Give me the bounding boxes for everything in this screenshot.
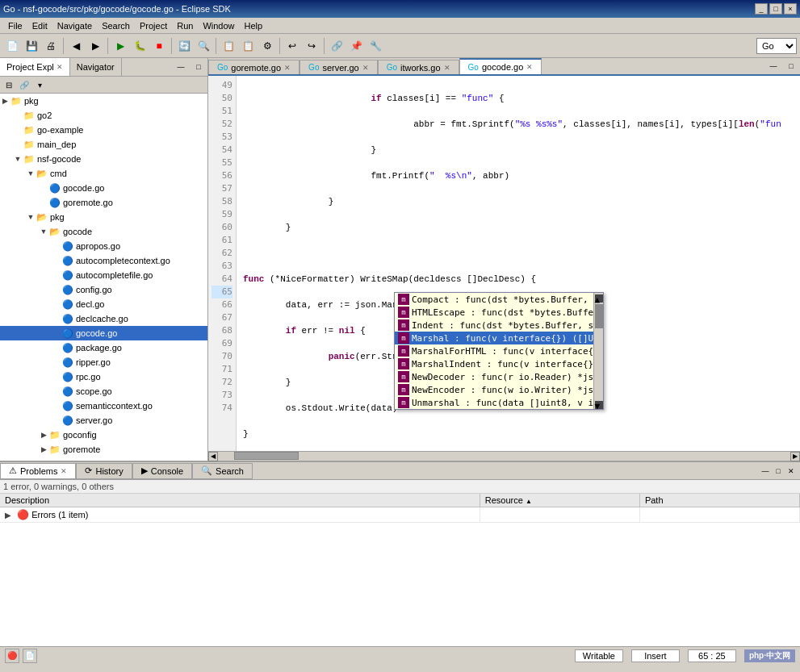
tree-node-gocode-file[interactable]: 🔵 gocode.go bbox=[0, 326, 207, 340]
tab-itworks[interactable]: Go itworks.go ✕ bbox=[378, 60, 459, 74]
toolbar-btn-6[interactable]: 📋 bbox=[239, 37, 257, 55]
tree-node-pkg[interactable]: ▶ 📁 pkg bbox=[0, 94, 207, 108]
ac-item-newdecoder[interactable]: m NewDecoder : func(r io.Reader) *json.D… bbox=[395, 370, 593, 383]
tab-gocode[interactable]: Go gocode.go ✕ bbox=[459, 58, 542, 74]
menu-project[interactable]: Project bbox=[135, 19, 172, 32]
print-button[interactable]: 🖨 bbox=[42, 37, 60, 55]
menu-file[interactable]: File bbox=[3, 19, 27, 32]
bottom-close-button[interactable]: ✕ bbox=[785, 465, 797, 477]
tree-node-cmd-goremote[interactable]: 🔵 goremote.go bbox=[0, 195, 207, 210]
ac-scroll-thumb[interactable] bbox=[595, 304, 603, 328]
tree-node-pkg-folder[interactable]: ▼ 📂 pkg bbox=[0, 210, 207, 224]
tree-node-ripper[interactable]: 🔵 ripper.go bbox=[0, 355, 207, 369]
tab-navigator[interactable]: Navigator bbox=[70, 58, 122, 76]
editor-panel-maximize[interactable]: □ bbox=[782, 58, 800, 75]
scroll-left-button[interactable]: ◀ bbox=[208, 452, 218, 461]
ac-item-marshal[interactable]: m Marshal : func(v interface{}) ([]Uint8… bbox=[395, 332, 593, 344]
tree-node-go2[interactable]: 📁 go2 bbox=[0, 108, 207, 123]
panel-maximize-button[interactable]: □ bbox=[190, 58, 207, 76]
editor-horizontal-scrollbar[interactable]: ◀ ▶ bbox=[208, 451, 800, 461]
tree-node-package[interactable]: 🔵 package.go bbox=[0, 340, 207, 355]
ac-item-marshalforhtml[interactable]: m MarshalForHTML : func(v interface{}) (… bbox=[395, 344, 593, 357]
toolbar-btn-9[interactable]: ↪ bbox=[303, 37, 320, 55]
tree-node-cmd-gocode[interactable]: 🔵 gocode.go bbox=[0, 181, 207, 195]
refresh-button[interactable]: 🔄 bbox=[175, 37, 193, 55]
status-icon-doc[interactable]: 📄 bbox=[23, 649, 37, 663]
editor-panel-minimize[interactable]: — bbox=[764, 58, 782, 75]
tab-goremote[interactable]: Go goremote.go ✕ bbox=[208, 60, 299, 74]
panel-minimize-button[interactable]: — bbox=[172, 58, 190, 76]
toolbar-btn-12[interactable]: 🔧 bbox=[366, 37, 384, 55]
collapse-all-button[interactable]: ⊟ bbox=[2, 77, 16, 92]
menu-edit[interactable]: Edit bbox=[27, 19, 52, 32]
tree-node-goremote[interactable]: ▶ 📁 goremote bbox=[0, 442, 207, 457]
expand-button[interactable]: ▶ bbox=[5, 511, 11, 520]
menu-run[interactable]: Run bbox=[172, 19, 198, 32]
ac-item-newencoder[interactable]: m NewEncoder : func(w io.Writer) *json.E… bbox=[395, 383, 593, 396]
tab-console[interactable]: ▶ Console bbox=[132, 463, 192, 479]
tree-node-decl[interactable]: 🔵 decl.go bbox=[0, 297, 207, 311]
ac-item-htmlescape[interactable]: m HTMLEscape : func(dst *bytes.Buffer, s… bbox=[395, 306, 593, 319]
tab-project-explorer[interactable]: Project Expl ✕ bbox=[0, 58, 70, 76]
problems-close[interactable]: ✕ bbox=[61, 467, 67, 475]
tree-node-rpc[interactable]: 🔵 rpc.go bbox=[0, 369, 207, 384]
table-row-errors[interactable]: ▶ 🔴 Errors (1 item) bbox=[0, 507, 800, 523]
ac-item-compact[interactable]: m Compact : func(dst *bytes.Buffer, src … bbox=[395, 293, 593, 306]
ac-scrollbar[interactable]: ▲ ▼ bbox=[593, 293, 603, 409]
ac-item-marshalindent[interactable]: m MarshalIndent : func(v interface{}, pr… bbox=[395, 357, 593, 370]
menu-navigate[interactable]: Navigate bbox=[52, 19, 97, 32]
tab-history[interactable]: ⟳ History bbox=[76, 463, 132, 479]
run-button[interactable]: ▶ bbox=[111, 37, 129, 55]
tree-node-config[interactable]: 🔵 config.go bbox=[0, 282, 207, 297]
project-explorer-close[interactable]: ✕ bbox=[57, 63, 63, 71]
menu-window[interactable]: Window bbox=[198, 19, 239, 32]
tree-node-test[interactable]: 📁 test bbox=[0, 457, 207, 461]
toolbar-btn-7[interactable]: ⚙ bbox=[258, 37, 276, 55]
ac-item-indent[interactable]: m Indent : func(dst *bytes.Buffer, src [… bbox=[395, 319, 593, 332]
tree-node-apropos[interactable]: 🔵 apropos.go bbox=[0, 239, 207, 253]
tree-node-declcache[interactable]: 🔵 declcache.go bbox=[0, 311, 207, 326]
stop-button[interactable]: ■ bbox=[150, 37, 168, 55]
perspective-selector[interactable]: Go Java bbox=[756, 38, 797, 54]
debug-button[interactable]: 🐛 bbox=[131, 37, 149, 55]
tab-server[interactable]: Go server.go ✕ bbox=[299, 60, 378, 74]
tree-node-semanticcontext[interactable]: 🔵 semanticcontext.go bbox=[0, 399, 207, 413]
toolbar-btn-5[interactable]: 📋 bbox=[220, 37, 237, 55]
tree-node-server[interactable]: 🔵 server.go bbox=[0, 413, 207, 428]
tree-node-goconfig[interactable]: ▶ 📁 goconfig bbox=[0, 428, 207, 442]
ac-scroll-down[interactable]: ▼ bbox=[595, 401, 603, 409]
menu-help[interactable]: Help bbox=[240, 19, 268, 32]
status-icon-red[interactable]: 🔴 bbox=[5, 649, 19, 663]
minimize-button[interactable]: _ bbox=[755, 3, 768, 15]
tab-itworks-close[interactable]: ✕ bbox=[444, 64, 450, 72]
tab-search[interactable]: 🔍 Search bbox=[192, 463, 253, 479]
tree-node-gocode-folder[interactable]: ▼ 📂 gocode bbox=[0, 224, 207, 239]
close-button[interactable]: × bbox=[784, 3, 797, 15]
tab-problems[interactable]: ⚠ Problems ✕ bbox=[0, 463, 76, 479]
bottom-minimize-button[interactable]: — bbox=[760, 465, 771, 477]
ac-item-unmarshal[interactable]: m Unmarshal : func(data []uint8, v inter… bbox=[395, 396, 593, 409]
tree-node-autocompletecontext[interactable]: 🔵 autocompletecontext.go bbox=[0, 253, 207, 268]
tree-node-nsf-gocode[interactable]: ▼ 📁 nsf-gocode bbox=[0, 152, 207, 166]
new-button[interactable]: 📄 bbox=[3, 37, 21, 55]
search-toolbar-button[interactable]: 🔍 bbox=[195, 37, 212, 55]
tree-node-main-dep[interactable]: 📁 main_dep bbox=[0, 137, 207, 152]
tree-menu-button[interactable]: ▾ bbox=[32, 77, 47, 92]
scrollbar-track[interactable] bbox=[218, 452, 790, 461]
toolbar-btn-11[interactable]: 📌 bbox=[347, 37, 365, 55]
save-button[interactable]: 💾 bbox=[23, 37, 40, 55]
editor-area[interactable]: 49 50 51 52 53 54 55 56 57 58 59 60 61 6… bbox=[208, 76, 800, 451]
tab-server-close[interactable]: ✕ bbox=[362, 64, 369, 72]
back-button[interactable]: ◀ bbox=[67, 37, 85, 55]
bottom-maximize-button[interactable]: □ bbox=[773, 465, 784, 477]
tab-gocode-close[interactable]: ✕ bbox=[526, 63, 533, 71]
link-editor-button[interactable]: 🔗 bbox=[17, 77, 31, 92]
menu-search[interactable]: Search bbox=[97, 19, 135, 32]
tree-node-go-example[interactable]: 📁 go-example bbox=[0, 123, 207, 137]
maximize-button[interactable]: □ bbox=[769, 3, 782, 15]
project-tree[interactable]: ▶ 📁 pkg 📁 go2 📁 go-example 📁 main bbox=[0, 94, 207, 461]
ac-scroll-up[interactable]: ▲ bbox=[595, 294, 603, 303]
scroll-right-button[interactable]: ▶ bbox=[790, 452, 800, 461]
forward-button[interactable]: ▶ bbox=[86, 37, 104, 55]
tree-node-cmd[interactable]: ▼ 📂 cmd bbox=[0, 166, 207, 181]
